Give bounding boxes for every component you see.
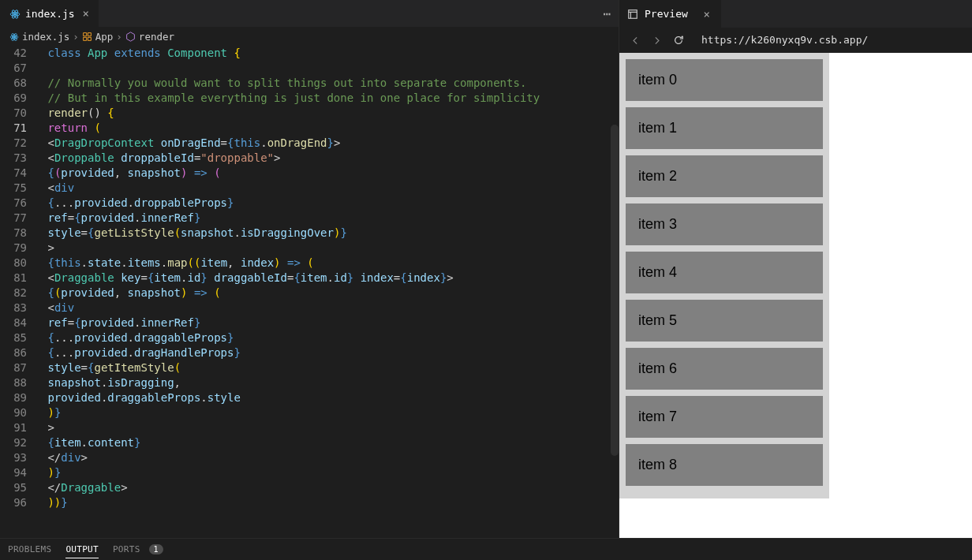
code-line[interactable]: 93 </div> bbox=[0, 450, 619, 465]
draggable-item[interactable]: item 5 bbox=[626, 300, 823, 342]
code-line[interactable]: 95 </Draggable> bbox=[0, 480, 619, 495]
preview-tab-label: Preview bbox=[645, 8, 688, 20]
close-icon[interactable]: × bbox=[80, 7, 92, 20]
draggable-item[interactable]: item 4 bbox=[626, 252, 823, 293]
code-line[interactable]: 83 <div bbox=[0, 301, 619, 315]
line-number: 71 bbox=[0, 121, 41, 136]
code-line[interactable]: 74 {(provided, snapshot) => ( bbox=[0, 166, 619, 181]
editor-tabs: index.js × ⋯ bbox=[0, 0, 619, 28]
tab-preview[interactable]: Preview × bbox=[619, 0, 721, 28]
code-line[interactable]: 88 snapshot.isDragging, bbox=[0, 375, 619, 390]
reload-icon[interactable] bbox=[673, 32, 684, 47]
forward-icon[interactable] bbox=[652, 33, 662, 46]
code-line[interactable]: 68 // Normally you would want to split t… bbox=[0, 76, 619, 91]
editor-tab-actions: ⋯ bbox=[603, 6, 619, 21]
tab-index-js[interactable]: index.js × bbox=[0, 0, 99, 27]
line-number: 42 bbox=[0, 46, 41, 61]
line-number: 86 bbox=[0, 345, 41, 360]
svg-point-0 bbox=[14, 13, 16, 15]
draggable-item[interactable]: item 3 bbox=[626, 203, 823, 245]
droppable-area[interactable]: item 0item 1item 2item 3item 4item 5item… bbox=[619, 53, 829, 498]
line-number: 67 bbox=[0, 61, 41, 76]
preview-url[interactable]: https://k260nyxq9v.csb.app/ bbox=[701, 34, 868, 46]
line-number: 96 bbox=[0, 495, 41, 510]
code-line[interactable]: 96 ))} bbox=[0, 495, 619, 510]
tab-output[interactable]: OUTPUT bbox=[65, 544, 99, 558]
close-icon[interactable]: × bbox=[701, 8, 713, 21]
line-number: 72 bbox=[0, 136, 41, 151]
draggable-item[interactable]: item 7 bbox=[626, 396, 823, 438]
code-line[interactable]: 92 {item.content} bbox=[0, 435, 619, 450]
draggable-item[interactable]: item 6 bbox=[626, 348, 823, 390]
breadcrumb[interactable]: index.js › App › render bbox=[0, 28, 619, 46]
preview-toolbar: https://k260nyxq9v.csb.app/ bbox=[619, 28, 972, 53]
code-line[interactable]: 89 provided.draggableProps.style bbox=[0, 390, 619, 405]
code-line[interactable]: 77 ref={provided.innerRef} bbox=[0, 211, 619, 226]
react-icon bbox=[9, 7, 21, 20]
breadcrumb-file[interactable]: index.js bbox=[22, 31, 69, 43]
code-line[interactable]: 87 style={getItemStyle( bbox=[0, 360, 619, 375]
code-line[interactable]: 84 ref={provided.innerRef} bbox=[0, 315, 619, 330]
line-number: 93 bbox=[0, 450, 41, 465]
editor-panel: index.js × ⋯ index.js › App › render bbox=[0, 0, 619, 538]
code-line[interactable]: 69 // But in this example everything is … bbox=[0, 91, 619, 106]
line-number: 69 bbox=[0, 91, 41, 106]
code-line[interactable]: 67 bbox=[0, 61, 619, 76]
code-line[interactable]: 75 <div bbox=[0, 181, 619, 196]
line-number: 94 bbox=[0, 465, 41, 480]
code-line[interactable]: 81 <Draggable key={item.id} draggableId=… bbox=[0, 271, 619, 286]
code-line[interactable]: 70 render() { bbox=[0, 106, 619, 121]
chevron-right-icon: › bbox=[73, 31, 79, 43]
line-number: 75 bbox=[0, 181, 41, 196]
line-number: 80 bbox=[0, 256, 41, 271]
back-icon[interactable] bbox=[630, 33, 641, 46]
tab-label: index.js bbox=[25, 8, 75, 20]
tab-ports[interactable]: PORTS 1 bbox=[113, 544, 163, 554]
scrollbar-vertical[interactable] bbox=[611, 125, 619, 456]
draggable-item[interactable]: item 2 bbox=[626, 155, 823, 197]
line-number: 82 bbox=[0, 286, 41, 301]
code-line[interactable]: 79 > bbox=[0, 241, 619, 256]
line-number: 90 bbox=[0, 405, 41, 420]
bottom-panel: PROBLEMS OUTPUT PORTS 1 bbox=[0, 538, 972, 560]
tab-ports-label: PORTS bbox=[113, 544, 140, 554]
code-line[interactable]: 94 )} bbox=[0, 465, 619, 480]
breadcrumb-method[interactable]: render bbox=[139, 31, 174, 43]
line-number: 76 bbox=[0, 196, 41, 211]
code-line[interactable]: 91 > bbox=[0, 420, 619, 435]
code-line[interactable]: 42 class App extends Component { bbox=[0, 46, 619, 61]
chevron-right-icon: › bbox=[116, 31, 122, 43]
line-number: 91 bbox=[0, 420, 41, 435]
line-number: 87 bbox=[0, 360, 41, 375]
preview-content[interactable]: item 0item 1item 2item 3item 4item 5item… bbox=[619, 53, 972, 538]
line-number: 88 bbox=[0, 375, 41, 390]
code-line[interactable]: 73 <Droppable droppableId="droppable"> bbox=[0, 151, 619, 166]
code-line[interactable]: 90 )} bbox=[0, 405, 619, 420]
ports-count-badge: 1 bbox=[149, 544, 163, 554]
code-line[interactable]: 78 style={getListStyle(snapshot.isDraggi… bbox=[0, 226, 619, 241]
line-number: 74 bbox=[0, 166, 41, 181]
code-line[interactable]: 72 <DragDropContext onDragEnd={this.onDr… bbox=[0, 136, 619, 151]
line-number: 95 bbox=[0, 480, 41, 495]
draggable-item[interactable]: item 0 bbox=[626, 59, 823, 101]
tab-problems[interactable]: PROBLEMS bbox=[8, 544, 51, 554]
draggable-item[interactable]: item 8 bbox=[626, 444, 823, 486]
class-icon bbox=[82, 32, 92, 42]
code-line[interactable]: 86 {...provided.dragHandleProps} bbox=[0, 345, 619, 360]
line-number: 83 bbox=[0, 301, 41, 315]
code-line[interactable]: 82 {(provided, snapshot) => ( bbox=[0, 286, 619, 301]
draggable-item[interactable]: item 1 bbox=[626, 107, 823, 149]
code-line[interactable]: 80 {this.state.items.map((item, index) =… bbox=[0, 256, 619, 271]
code-line[interactable]: 85 {...provided.draggableProps} bbox=[0, 330, 619, 345]
line-number: 78 bbox=[0, 226, 41, 241]
line-number: 92 bbox=[0, 435, 41, 450]
line-number: 81 bbox=[0, 271, 41, 286]
code-editor[interactable]: 42 class App extends Component {6768 // … bbox=[0, 46, 619, 538]
svg-rect-8 bbox=[629, 10, 637, 19]
more-icon[interactable]: ⋯ bbox=[603, 6, 611, 21]
line-number: 79 bbox=[0, 241, 41, 256]
preview-panel: Preview × https://k260nyxq9v.csb.app/ it… bbox=[619, 0, 972, 538]
code-line[interactable]: 76 {...provided.droppableProps} bbox=[0, 196, 619, 211]
code-line[interactable]: 71 return ( bbox=[0, 121, 619, 136]
breadcrumb-class[interactable]: App bbox=[95, 31, 114, 43]
